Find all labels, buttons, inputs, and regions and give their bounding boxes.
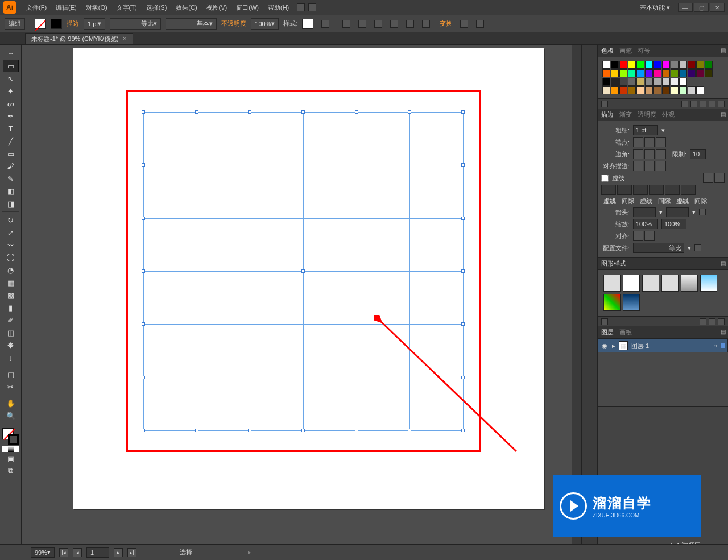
- selection-handle[interactable]: [408, 110, 411, 114]
- swatch[interactable]: [602, 61, 610, 69]
- direct-selection-tool[interactable]: ↖: [3, 72, 19, 85]
- swatch[interactable]: [679, 69, 687, 77]
- swatch[interactable]: [619, 69, 627, 77]
- selection-handle[interactable]: [461, 429, 465, 432]
- pen-tool[interactable]: ✒: [3, 110, 19, 122]
- swatch[interactable]: [602, 86, 610, 94]
- arrow-start-dd[interactable]: —: [633, 207, 656, 217]
- swatches-panel-menu[interactable]: ▤: [721, 47, 726, 53]
- rotate-tool[interactable]: ↻: [3, 214, 19, 226]
- swatch[interactable]: [662, 69, 670, 77]
- selection-handle[interactable]: [461, 269, 465, 273]
- align-hcenter-icon[interactable]: [358, 20, 366, 28]
- tab-transparency[interactable]: 透明度: [638, 110, 656, 119]
- recolor-icon[interactable]: [321, 20, 329, 28]
- graphic-style-7[interactable]: [603, 294, 621, 311]
- new-swatch-icon[interactable]: [709, 101, 715, 107]
- swatch[interactable]: [645, 78, 653, 86]
- delete-gstyle-icon[interactable]: [718, 318, 725, 325]
- transform-icon-2[interactable]: [476, 20, 484, 28]
- swatch[interactable]: [653, 61, 661, 69]
- dash-field-1[interactable]: [601, 185, 616, 195]
- scale-tool[interactable]: ⤢: [3, 226, 19, 239]
- selection-handle[interactable]: [461, 322, 465, 326]
- dash-field-2[interactable]: [633, 185, 648, 195]
- swatch[interactable]: [688, 61, 696, 69]
- edit-group-button[interactable]: 编组: [5, 18, 25, 30]
- selection-handle[interactable]: [461, 110, 465, 114]
- swatch[interactable]: [688, 86, 696, 94]
- swatch[interactable]: [636, 61, 644, 69]
- dash-field-3[interactable]: [665, 185, 680, 195]
- lasso-tool[interactable]: ᔕ: [3, 97, 19, 110]
- shape-builder-tool[interactable]: ◔: [3, 264, 19, 276]
- align-left-icon[interactable]: [342, 20, 350, 28]
- graphic-style-8[interactable]: [623, 294, 640, 311]
- close-tab-icon[interactable]: ✕: [122, 33, 127, 44]
- selection-handle[interactable]: [248, 110, 251, 114]
- selection-handle[interactable]: [408, 429, 411, 432]
- window-minimize[interactable]: ―: [678, 3, 693, 12]
- swatch[interactable]: [636, 86, 644, 94]
- perspective-grid-tool[interactable]: ▦: [3, 276, 19, 289]
- swatch[interactable]: [611, 61, 619, 69]
- swatch[interactable]: [679, 61, 687, 69]
- selected-grid-object[interactable]: [143, 112, 463, 430]
- mesh-tool[interactable]: ▩: [3, 289, 19, 301]
- stroke-weight-input[interactable]: 1 pt: [633, 125, 658, 135]
- stroke-limit-input[interactable]: 10: [690, 149, 706, 159]
- fill-stroke-swatch[interactable]: [2, 428, 19, 445]
- window-close[interactable]: ✕: [710, 3, 725, 12]
- column-graph-tool[interactable]: ⫿: [3, 351, 19, 364]
- stroke-profile-dd[interactable]: 等比 ▾: [110, 18, 161, 30]
- layer-target-icon[interactable]: ○: [713, 342, 717, 349]
- stroke-corner-buttons[interactable]: [633, 149, 666, 159]
- swatch[interactable]: [636, 78, 644, 86]
- selection-handle[interactable]: [355, 110, 358, 114]
- layer-expand-icon[interactable]: ▸: [612, 342, 615, 350]
- swatch[interactable]: [696, 86, 704, 94]
- selection-handle[interactable]: [301, 269, 305, 273]
- new-group-icon[interactable]: [700, 101, 706, 107]
- selection-handle[interactable]: [248, 429, 251, 432]
- dash-align-buttons[interactable]: [703, 173, 725, 183]
- swatch[interactable]: [645, 86, 653, 94]
- swatch[interactable]: [611, 69, 619, 77]
- first-artboard-button[interactable]: |◂: [59, 548, 68, 557]
- swatch[interactable]: [671, 78, 679, 86]
- transform-label[interactable]: 变换: [440, 19, 452, 28]
- swatch[interactable]: [628, 78, 636, 86]
- free-transform-tool[interactable]: ⛶: [3, 251, 19, 264]
- swatch[interactable]: [696, 69, 704, 77]
- menu-view[interactable]: 视图(V): [202, 0, 232, 15]
- gap-field-2[interactable]: [649, 185, 664, 195]
- workspace-switcher[interactable]: 基本功能 ▾: [635, 0, 675, 15]
- blob-brush-tool[interactable]: ◧: [3, 185, 19, 197]
- tab-brushes[interactable]: 画笔: [619, 47, 632, 55]
- collapsed-panel-dock[interactable]: [581, 45, 597, 544]
- tab-stroke[interactable]: 描边: [601, 110, 614, 119]
- selection-handle[interactable]: [142, 322, 145, 326]
- swatch[interactable]: [662, 86, 670, 94]
- graphic-style-4[interactable]: [661, 275, 679, 292]
- selection-handle[interactable]: [461, 217, 465, 220]
- arrow-swap-icon[interactable]: [699, 209, 706, 215]
- selection-handle[interactable]: [301, 429, 305, 432]
- tab-appearance[interactable]: 外观: [662, 110, 675, 119]
- selection-handle[interactable]: [142, 269, 145, 273]
- arrow-scale-2[interactable]: 100%: [661, 219, 686, 229]
- paintbrush-tool[interactable]: 🖌: [3, 160, 19, 172]
- selection-handle[interactable]: [195, 110, 198, 114]
- swatch[interactable]: [705, 69, 713, 77]
- arrow-scale-1[interactable]: 100%: [633, 219, 658, 229]
- hand-tool[interactable]: ✋: [3, 397, 19, 409]
- swatch[interactable]: [645, 61, 653, 69]
- profile-dd[interactable]: 等比: [633, 243, 684, 253]
- gap-field-3[interactable]: [681, 185, 696, 195]
- change-screen-mode[interactable]: ⧉: [3, 464, 19, 477]
- swatch[interactable]: [611, 78, 619, 86]
- swatch[interactable]: [636, 69, 644, 77]
- swatch-kind-icon[interactable]: [681, 101, 688, 107]
- type-tool[interactable]: T: [3, 122, 19, 135]
- zoom-field[interactable]: 99% ▾: [31, 547, 55, 558]
